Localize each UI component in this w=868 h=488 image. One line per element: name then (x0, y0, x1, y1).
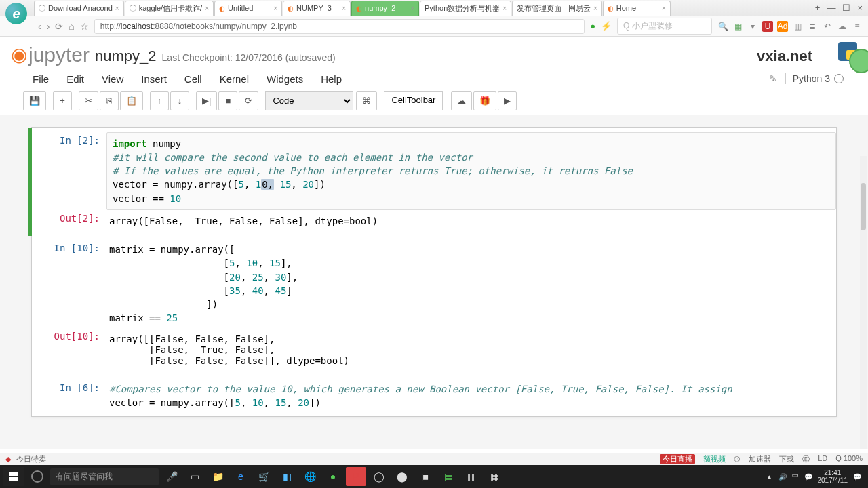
close-icon[interactable]: × (662, 5, 666, 12)
app-icon[interactable]: 📁 (208, 467, 228, 486)
cell-toolbar-button[interactable]: CellToolbar (384, 92, 443, 110)
code-cell[interactable]: In [10]: matrix = numpy.array([ [5, 10, … (32, 236, 836, 375)
menu-help[interactable]: Help (321, 73, 342, 85)
menu-cell[interactable]: Cell (184, 73, 202, 85)
code-input[interactable]: #Compares vector to the value 10, which … (106, 380, 836, 413)
command-palette-button[interactable]: ⌘ (356, 92, 377, 110)
app-icon[interactable]: ● (323, 467, 343, 486)
status-item[interactable]: ◎ (734, 454, 741, 464)
ext-icon[interactable]: ▥ (792, 21, 803, 32)
app-icon[interactable]: e (231, 467, 251, 486)
app-icon[interactable]: ⬤ (392, 467, 412, 486)
favorite-icon[interactable]: ☆ (80, 21, 89, 32)
close-icon[interactable]: × (593, 5, 597, 12)
menu-edit[interactable]: Edit (66, 73, 84, 85)
status-item[interactable]: 额视频 (703, 454, 726, 464)
taskbar-search[interactable]: 有问题尽管问我 (50, 468, 159, 485)
menu-icon[interactable]: ≡ (852, 21, 863, 32)
close-icon[interactable]: × (273, 5, 277, 12)
cut-button[interactable]: ✂ (79, 92, 98, 110)
notifications-icon[interactable]: 💬 (853, 473, 861, 481)
close-icon[interactable]: × (502, 5, 507, 12)
app-icon[interactable]: 🛒 (254, 467, 274, 486)
status-item[interactable]: LD (818, 454, 827, 464)
move-up-button[interactable]: ↑ (150, 92, 169, 110)
jupyter-logo[interactable]: ◉jupyter (11, 43, 90, 66)
browser-tab[interactable]: ◐NUMPY_3× (283, 1, 351, 16)
app-icon[interactable]: ◯ (369, 467, 389, 486)
menu-widgets[interactable]: Widgets (267, 73, 303, 85)
maximize-icon[interactable]: ☐ (842, 3, 850, 13)
edit-icon[interactable]: ✎ (769, 73, 777, 84)
status-item[interactable]: Ⓔ (802, 454, 810, 464)
ime-icon[interactable]: 中 (792, 472, 799, 481)
undo-icon[interactable]: ↶ (822, 21, 833, 32)
browser-tab[interactable]: 发布管理页面 - 网易云× (512, 1, 602, 16)
status-item[interactable]: 今日直播 (660, 454, 695, 464)
grid-icon[interactable]: ▦ (732, 21, 743, 32)
close-icon[interactable]: × (115, 5, 119, 12)
cloud-icon[interactable]: ☁ (837, 21, 848, 32)
run-button[interactable]: ▶| (196, 92, 217, 110)
browser-tab[interactable]: Download Anacond× (34, 1, 124, 16)
restart-button[interactable]: ⟳ (239, 92, 258, 110)
app-icon[interactable]: ▤ (438, 467, 458, 486)
new-tab-icon[interactable]: + (815, 3, 821, 13)
status-item[interactable]: Q 100% (835, 454, 863, 464)
tray-icon[interactable]: ▲ (766, 473, 773, 481)
app-icon[interactable]: ◧ (277, 467, 297, 486)
clock[interactable]: 21:412017/4/11 (818, 469, 848, 484)
notebook-area[interactable]: In [2]: import numpy #it will compare th… (0, 115, 868, 449)
url-field[interactable]: http://localhost:8888/notebooks/numpy/nu… (94, 19, 585, 34)
browser-tab[interactable]: kaggle/信用卡欺诈/× (125, 1, 214, 16)
ext-icon[interactable]: ▾ (747, 21, 758, 32)
close-icon[interactable]: × (205, 5, 209, 12)
browser-tab[interactable]: ◐Home× (603, 1, 671, 16)
minimize-icon[interactable]: — (827, 3, 835, 13)
back-icon[interactable]: ‹ (38, 21, 41, 32)
menu-insert[interactable]: Insert (141, 73, 167, 85)
app-icon[interactable]: 🌐 (300, 467, 320, 486)
status-left[interactable]: 今日特卖 (16, 454, 46, 464)
ext-icon[interactable]: U (762, 21, 773, 32)
ext-icon[interactable]: Ad (777, 21, 788, 32)
menu-view[interactable]: View (102, 73, 123, 85)
start-button[interactable] (3, 467, 24, 486)
close-icon[interactable]: × (410, 5, 414, 12)
app-icon[interactable]: ▥ (461, 467, 481, 486)
taskview-icon[interactable]: ▭ (184, 467, 205, 486)
save-button[interactable]: 💾 (23, 92, 46, 110)
move-down-button[interactable]: ↓ (170, 92, 189, 110)
ext-icon[interactable]: ≣ (807, 21, 818, 32)
scrollbar-thumb[interactable] (861, 183, 866, 230)
close-window-icon[interactable]: × (857, 3, 863, 13)
network-icon[interactable]: 💬 (804, 473, 812, 481)
reload-icon[interactable]: ⟳ (55, 21, 63, 32)
status-item[interactable]: 加速器 (749, 454, 771, 464)
app-icon[interactable]: ▣ (415, 467, 435, 486)
status-item[interactable]: 下载 (779, 454, 794, 464)
close-icon[interactable]: × (342, 5, 346, 12)
forward-icon[interactable]: › (47, 21, 50, 32)
menu-file[interactable]: File (33, 73, 49, 85)
app-icon[interactable]: ▦ (484, 467, 505, 486)
scrollbar[interactable] (860, 156, 867, 449)
search-field[interactable]: Q 小户型装修 (617, 18, 712, 35)
notebook-name[interactable]: numpy_2 (95, 47, 157, 65)
video-button[interactable]: ▶ (498, 92, 517, 110)
browser-tab-active[interactable]: ◐numpy_2× (351, 1, 419, 16)
menu-kernel[interactable]: Kernel (220, 73, 249, 85)
home-icon[interactable]: ⌂ (68, 21, 74, 32)
code-input[interactable]: matrix = numpy.array([ [5, 10, 15], [20,… (106, 240, 836, 328)
browser-tab[interactable]: Python数据分析与机器× (420, 1, 511, 16)
app-icon[interactable]: P (346, 467, 366, 486)
stop-button[interactable]: ■ (218, 92, 237, 110)
browser-tab[interactable]: ◐Untitled× (214, 1, 282, 16)
cell-type-select[interactable]: Code (265, 92, 353, 110)
mic-icon[interactable]: 🎤 (161, 467, 182, 486)
cloud-upload-button[interactable]: ☁ (451, 92, 472, 110)
code-cell[interactable]: In [6]: #Compares vector to the value 10… (32, 375, 836, 417)
code-input[interactable]: import numpy #it will compare the second… (106, 132, 836, 210)
code-cell[interactable]: In [2]: import numpy #it will compare th… (28, 128, 836, 236)
gift-button[interactable]: 🎁 (473, 92, 496, 110)
